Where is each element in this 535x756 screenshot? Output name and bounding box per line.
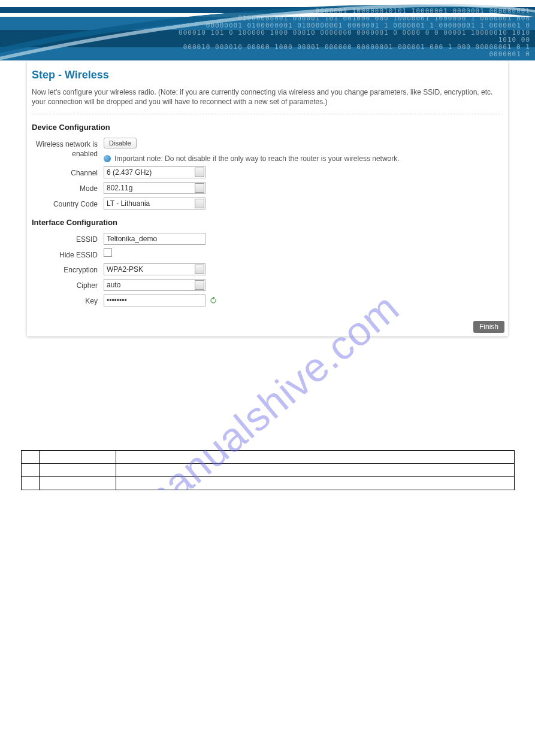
essid-row: ESSID — [32, 233, 503, 245]
mode-label: Mode — [32, 182, 104, 193]
disable-button[interactable]: Disable — [104, 138, 137, 148]
intro-text: Now let's configure your wireless radio.… — [32, 87, 503, 114]
country-label: Country Code — [32, 198, 104, 209]
device-config-header: Device Configuration — [32, 123, 503, 132]
wireless-enabled-label: Wireless network is enabled — [32, 138, 104, 159]
cipher-label: Cipher — [32, 279, 104, 290]
essid-input[interactable] — [104, 233, 205, 245]
header-banner: 0000001 100000010101 10000001 0000001 00… — [0, 0, 535, 60]
disable-note: Important note: Do not disable if the on… — [114, 154, 400, 163]
key-row: Key — [32, 294, 503, 306]
hide-essid-label: Hide ESSID — [32, 248, 104, 260]
doc-table — [21, 450, 515, 490]
cipher-select[interactable] — [104, 279, 205, 291]
encryption-row: Encryption — [32, 263, 503, 275]
essid-label: ESSID — [32, 233, 104, 244]
cipher-row: Cipher — [32, 279, 503, 291]
key-label: Key — [32, 294, 104, 306]
interface-config-header: Interface Configuration — [32, 218, 503, 227]
banner-binary-text: 0000001 100000010101 10000001 0000001 00… — [161, 5, 535, 60]
country-select[interactable] — [104, 198, 205, 210]
wireless-enabled-row: Wireless network is enabled Disable Impo… — [32, 138, 503, 163]
country-row: Country Code — [32, 198, 503, 210]
channel-select[interactable] — [104, 166, 205, 178]
finish-button[interactable]: Finish — [473, 321, 504, 333]
refresh-icon[interactable] — [209, 296, 217, 305]
channel-row: Channel — [32, 166, 503, 178]
mode-row: Mode — [32, 182, 503, 194]
hide-essid-row: Hide ESSID — [32, 248, 503, 260]
table-row — [22, 477, 515, 490]
info-icon — [104, 155, 111, 162]
table-row — [22, 464, 515, 477]
hide-essid-checkbox[interactable] — [104, 248, 112, 257]
mode-select[interactable] — [104, 182, 205, 194]
table-row — [22, 451, 515, 464]
page-title: Step - Wireless — [32, 69, 503, 81]
encryption-label: Encryption — [32, 263, 104, 275]
wizard-card: Step - Wireless Now let's configure your… — [27, 60, 508, 336]
key-input[interactable] — [104, 294, 205, 306]
channel-label: Channel — [32, 166, 104, 178]
encryption-select[interactable] — [104, 263, 205, 275]
